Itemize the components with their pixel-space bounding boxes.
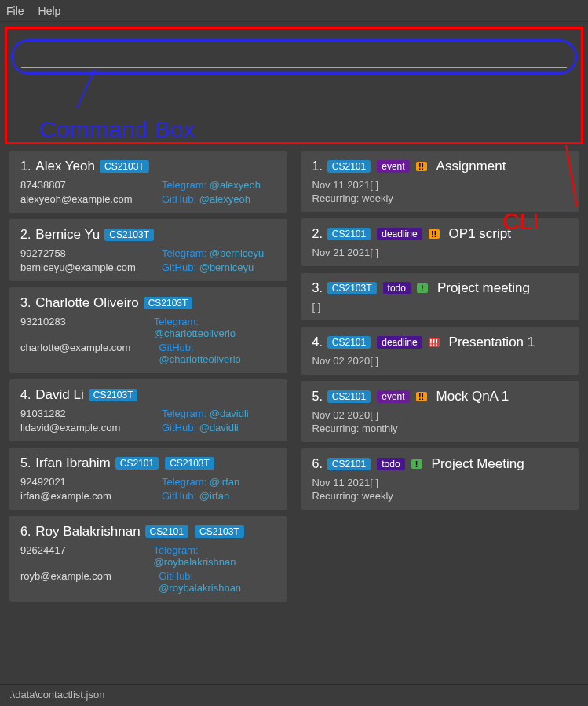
command-input[interactable] [21, 46, 567, 68]
github-handle[interactable]: @berniceyu [199, 262, 254, 273]
github-label: GitHub: [162, 193, 199, 205]
task-recurring: Recurring: weekly [312, 490, 568, 502]
task-date: Nov 11 2021[ ] [312, 179, 568, 191]
task-card[interactable]: 1. CS2101 event!! Assignment Nov 11 2021… [301, 151, 579, 212]
contact-email: lidavid@example.com [20, 422, 162, 433]
contact-card[interactable]: 4. David Li CS2103T 91031282 Telegram: @… [9, 379, 287, 441]
task-name: Presentation 1 [449, 335, 535, 350]
contact-index: 5. [20, 456, 31, 470]
telegram-label: Telegram: [154, 316, 199, 327]
contact-email: berniceyu@example.com [20, 262, 162, 273]
task-name: Project meeting [437, 280, 530, 296]
github-handle[interactable]: @davidli [199, 422, 239, 433]
contact-card[interactable]: 6. Roy Balakrishnan CS2101CS2103T 926244… [9, 516, 287, 602]
contact-card[interactable]: 3. Charlotte Oliveiro CS2103T 93210283 T… [9, 287, 287, 373]
telegram-handle[interactable]: @irfan [210, 476, 240, 488]
task-index: 3. [312, 281, 323, 295]
telegram-handle[interactable]: @charlotteoliverio [154, 327, 236, 339]
status-path: .\data\contactlist.json [9, 689, 104, 701]
task-type-tag: todo [377, 458, 404, 470]
task-date: Nov 02 2020[ ] [312, 409, 568, 421]
module-tag: CS2101 [327, 458, 371, 470]
github-label: GitHub: [159, 342, 194, 353]
contact-index: 2. [20, 228, 31, 242]
task-card[interactable]: 6. CS2101 todo! Project Meeting Nov 11 2… [301, 448, 579, 510]
contact-name: Bernice Yu [35, 227, 100, 243]
tasks-column[interactable]: 1. CS2101 event!! Assignment Nov 11 2021… [298, 148, 583, 674]
telegram-handle[interactable]: @davidli [210, 408, 249, 419]
module-tag: CS2103T [104, 229, 154, 241]
command-area: Command Box [0, 22, 588, 148]
telegram-label: Telegram: [162, 476, 210, 488]
menubar: File Help [0, 0, 588, 22]
contact-index: 6. [20, 525, 31, 539]
priority-badge: !! [416, 162, 427, 171]
menu-file[interactable]: File [6, 5, 24, 17]
module-tag: CS2101 [327, 336, 371, 349]
telegram-label: Telegram: [153, 544, 198, 556]
github-label: GitHub: [162, 422, 199, 433]
menu-help[interactable]: Help [38, 5, 61, 17]
github-handle[interactable]: @charlotteoliverio [159, 353, 241, 365]
contact-phone: 91031282 [20, 408, 162, 419]
contact-name: Charlotte Oliveiro [35, 295, 138, 311]
module-tag: CS2103T [144, 297, 193, 309]
priority-badge: !! [429, 229, 440, 239]
task-name: Mock QnA 1 [436, 389, 509, 404]
task-index: 6. [312, 457, 323, 471]
contact-index: 4. [20, 388, 31, 402]
module-tag: CS2101 [327, 228, 371, 240]
contact-index: 3. [20, 296, 31, 310]
task-type-tag: deadline [377, 336, 422, 349]
contacts-column[interactable]: 1. Alex Yeoh CS2103T 87438807 Telegram: … [6, 148, 290, 674]
telegram-handle[interactable]: @roybalakrishnan [153, 556, 236, 568]
github-handle[interactable]: @roybalakrishnan [159, 582, 241, 594]
telegram-handle[interactable]: @alexyeoh [210, 179, 261, 191]
telegram-label: Telegram: [162, 408, 210, 419]
task-name: Project Meeting [432, 456, 524, 472]
contact-index: 1. [20, 159, 31, 174]
github-label: GitHub: [162, 262, 199, 273]
task-recurring: Recurring: monthly [312, 423, 568, 434]
annotation-cli-label: CLI [502, 208, 539, 235]
task-index: 5. [312, 390, 323, 404]
task-date: Nov 02 2020[ ] [312, 355, 568, 367]
module-tag: CS2103T [195, 525, 244, 538]
contact-phone: 92624417 [20, 544, 153, 568]
task-type-tag: todo [383, 282, 411, 294]
module-tag: CS2103T [89, 389, 138, 401]
contact-email: alexyeoh@example.com [20, 193, 162, 205]
task-index: 1. [312, 159, 323, 174]
contact-email: royb@example.com [20, 570, 159, 594]
priority-badge: !! [416, 392, 427, 401]
annotation-callout-line [76, 69, 96, 109]
task-name: Assignment [436, 159, 506, 174]
module-tag: CS2103T [327, 282, 377, 294]
command-input-wrap [11, 39, 577, 75]
github-handle[interactable]: @alexyeoh [199, 193, 250, 205]
contact-name: Irfan Ibrahim [35, 455, 110, 471]
task-recurring: Recurring: weekly [312, 192, 568, 204]
module-tag: CS2103T [165, 457, 214, 470]
task-date: Nov 11 2021[ ] [312, 477, 568, 488]
contact-phone: 99272758 [20, 247, 162, 259]
contact-name: Alex Yeoh [35, 159, 95, 174]
task-card[interactable]: 4. CS2101 deadline!!! Presentation 1 Nov… [301, 327, 579, 375]
module-tag: CS2101 [145, 525, 188, 538]
task-type-tag: deadline [377, 228, 422, 240]
module-tag: CS2101 [327, 160, 371, 173]
github-handle[interactable]: @irfan [199, 490, 230, 502]
task-card[interactable]: 5. CS2101 event!! Mock QnA 1 Nov 02 2020… [301, 381, 579, 442]
annotation-command-box-label: Command Box [39, 116, 195, 143]
contact-phone: 87438807 [20, 179, 162, 191]
contact-card[interactable]: 1. Alex Yeoh CS2103T 87438807 Telegram: … [9, 151, 287, 213]
contact-card[interactable]: 5. Irfan Ibrahim CS2101CS2103T 92492021 … [9, 448, 287, 510]
task-type-tag: event [377, 390, 409, 403]
task-date: Nov 21 2021[ ] [312, 247, 568, 258]
contact-card[interactable]: 2. Bernice Yu CS2103T 99272758 Telegram:… [9, 219, 287, 281]
task-card[interactable]: 3. CS2103T todo! Project meeting [ ] [301, 273, 579, 320]
content-area: 1. Alex Yeoh CS2103T 87438807 Telegram: … [0, 148, 588, 674]
contact-name: David Li [35, 387, 83, 403]
task-index: 2. [312, 227, 323, 241]
telegram-handle[interactable]: @berniceyu [210, 247, 265, 259]
